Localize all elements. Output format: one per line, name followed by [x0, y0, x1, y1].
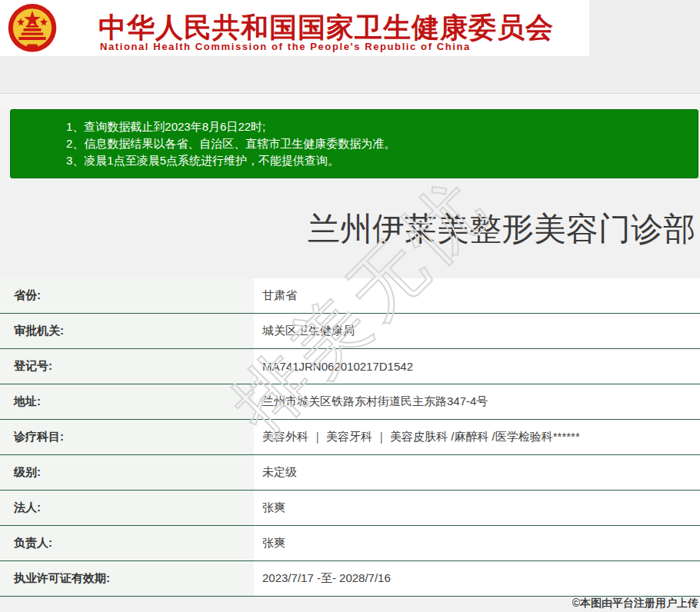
- copyright-watermark: ©本图由平台注册用户上传: [572, 597, 698, 610]
- table-row-level: 级别: 未定级: [0, 455, 700, 491]
- notice-item-3: 3、凌晨1点至凌晨5点系统进行维护，不能提供查询。: [66, 152, 690, 169]
- row-value: 张爽: [254, 491, 700, 525]
- row-value: 城关区卫生健康局: [254, 314, 700, 348]
- subheader-band: [0, 94, 700, 109]
- table-row-legal-person: 法人: 张爽: [0, 491, 700, 526]
- row-label: 执业许可证有效期:: [0, 561, 254, 596]
- table-row-person-in-charge: 负责人: 张爽: [0, 526, 700, 561]
- row-label: 负责人:: [0, 526, 254, 560]
- table-row-license-validity: 执业许可证有效期: 2023/7/17 -至- 2028/7/16: [0, 561, 700, 597]
- row-value: 未定级: [254, 455, 700, 490]
- row-value: 兰州市城关区铁路东村街道民主东路347-4号: [254, 384, 700, 419]
- row-label: 省份:: [0, 278, 254, 313]
- row-label: 法人:: [0, 491, 254, 525]
- table-row-approval-authority: 审批机关: 城关区卫生健康局: [0, 314, 700, 349]
- table-row-province: 省份: 甘肃省: [0, 278, 700, 314]
- row-value: 美容外科 ｜ 美容牙科 ｜ 美容皮肤科 /麻醉科 /医学检验科******: [254, 420, 700, 454]
- national-emblem-icon: [6, 2, 58, 55]
- institution-name-title: 兰州伊莱美整形美容门诊部: [308, 208, 695, 251]
- row-value: MA741JRN062010217D1542: [254, 349, 700, 384]
- notice-item-2: 2、信息数据结果以各省、自治区、直辖市卫生健康委数据为准。: [66, 135, 690, 152]
- institution-info-table: 省份: 甘肃省 审批机关: 城关区卫生健康局 登记号: MA741JRN0620…: [0, 278, 700, 597]
- notice-panel: 1、查询数据截止到2023年8月6日22时; 2、信息数据结果以各省、自治区、直…: [10, 109, 698, 178]
- table-row-registration-number: 登记号: MA741JRN062010217D1542: [0, 349, 700, 384]
- row-label: 审批机关:: [0, 314, 254, 348]
- row-label: 诊疗科目:: [0, 420, 254, 454]
- site-header: 中华人民共和国国家卫生健康委员会 National Health Commiss…: [0, 0, 589, 56]
- header-title-en: National Health Commission of the People…: [100, 41, 471, 52]
- notice-item-1: 1、查询数据截止到2023年8月6日22时;: [66, 118, 690, 135]
- row-value: 甘肃省: [254, 278, 700, 313]
- table-row-address: 地址: 兰州市城关区铁路东村街道民主东路347-4号: [0, 384, 700, 420]
- license-query-page: 中华人民共和国国家卫生健康委员会 National Health Commiss…: [0, 0, 700, 612]
- row-label: 地址:: [0, 384, 254, 419]
- table-row-clinical-departments: 诊疗科目: 美容外科 ｜ 美容牙科 ｜ 美容皮肤科 /麻醉科 /医学检验科***…: [0, 420, 700, 455]
- row-label: 登记号:: [0, 349, 254, 384]
- row-label: 级别:: [0, 455, 254, 490]
- row-value: 张爽: [254, 526, 700, 560]
- row-value: 2023/7/17 -至- 2028/7/16: [254, 561, 700, 596]
